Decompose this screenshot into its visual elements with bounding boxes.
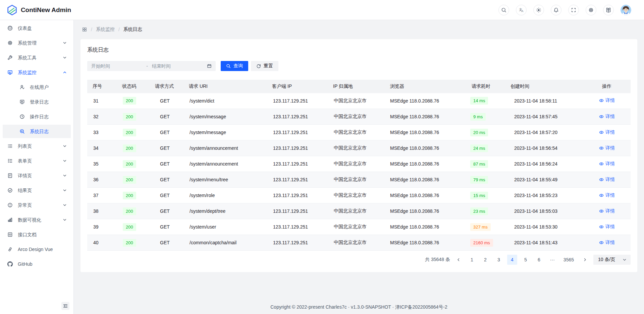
end-time-input[interactable]: [152, 61, 207, 71]
cell-action: 详情: [597, 140, 631, 156]
page-title: 系统日志: [87, 46, 631, 54]
status-badge: 200: [123, 192, 136, 199]
column-header: 请求方式: [150, 80, 183, 93]
pagination-page-2[interactable]: 2: [480, 255, 490, 265]
table-row: 33200GET/system/message123.117.129.251中国…: [87, 125, 631, 140]
cell-created: 2023-11-04 18:55:03: [505, 203, 597, 219]
cell-index: 38: [87, 203, 117, 219]
user-check-icon: [19, 84, 25, 90]
detail-link[interactable]: 详情: [599, 114, 615, 120]
sidebar-item-list-pages[interactable]: 列表页: [3, 139, 71, 153]
pagination-page-3565[interactable]: 3565: [561, 255, 577, 265]
sidebar-item-github[interactable]: GitHub: [3, 257, 71, 271]
header-docs-button[interactable]: [603, 5, 614, 15]
sidebar-item-system-logs[interactable]: 系统日志: [3, 125, 71, 138]
detail-link-label: 详情: [605, 145, 615, 151]
sidebar-item-operation-logs[interactable]: 操作日志: [3, 110, 71, 123]
sidebar-item-dashboard[interactable]: 仪表盘: [3, 21, 71, 35]
logo[interactable]: ContiNew Admin: [0, 5, 71, 15]
sidebar-item-result-pages[interactable]: 结果页: [3, 184, 71, 197]
pagination-prev-button[interactable]: [453, 255, 464, 265]
cell-method: GET: [150, 125, 183, 140]
pagination-page-3[interactable]: 3: [494, 255, 504, 265]
pagination-page-4[interactable]: 4: [507, 255, 517, 265]
range-separator: -: [146, 63, 148, 69]
breadcrumb-item-monitor[interactable]: 系统监控: [96, 26, 115, 33]
table-row: 36200GET/system/menu/tree123.117.129.251…: [87, 172, 631, 188]
cell-status: 200: [117, 140, 150, 156]
cell-uri: /system/dept/tree: [183, 203, 267, 219]
header-translate-button[interactable]: 文A: [516, 5, 527, 15]
breadcrumb-separator: /: [118, 27, 120, 32]
sidebar-item-label: 异常页: [18, 198, 63, 212]
eye-icon: [599, 209, 604, 213]
cell-region: 中国北京北京市: [328, 156, 385, 172]
detail-link[interactable]: 详情: [599, 177, 615, 183]
pagination-ellipsis[interactable]: ···: [547, 255, 557, 265]
sidebar-item-data-visualization[interactable]: 数据可视化: [3, 213, 71, 227]
status-badge: 200: [123, 160, 136, 168]
sidebar-item-online-users[interactable]: 在线用户: [3, 80, 71, 94]
sidebar-item-arco-design-vue[interactable]: Arco Design Vue: [3, 243, 71, 256]
elapsed-badge: 327 ms: [470, 223, 491, 231]
sidebar-item-system-management[interactable]: 系统管理: [3, 36, 71, 50]
cell-region: 中国北京北京市: [328, 125, 385, 140]
search-button[interactable]: 查询: [221, 61, 248, 71]
pagination-next-button[interactable]: [580, 255, 590, 265]
cell-action: 详情: [597, 109, 631, 125]
cell-uri: /system/announcement: [183, 140, 267, 156]
cell-method: GET: [150, 172, 183, 188]
cell-action: 详情: [597, 203, 631, 219]
sidebar-item-detail-pages[interactable]: 详情页: [3, 169, 71, 182]
detail-link[interactable]: 详情: [599, 129, 615, 135]
elapsed-badge: 2160 ms: [470, 239, 493, 247]
pagination-page-5[interactable]: 5: [521, 255, 531, 265]
sidebar-item-system-monitor[interactable]: 系统监控: [3, 66, 71, 79]
reset-button[interactable]: 重置: [251, 61, 278, 71]
table-row: 40200GET/common/captcha/mail123.117.129.…: [87, 235, 631, 251]
sidebar-item-form-pages[interactable]: 表单页: [3, 154, 71, 168]
find-icon: [19, 129, 25, 134]
cell-ip: 123.117.129.251: [267, 219, 328, 235]
translate-icon: 文A: [519, 7, 524, 13]
column-header: 操作: [597, 80, 631, 93]
page-size-select[interactable]: 10 条/页: [593, 255, 631, 265]
header-fullscreen-button[interactable]: [568, 5, 579, 15]
cell-ip: 123.117.129.251: [267, 235, 328, 251]
status-badge: 200: [123, 129, 136, 136]
table-row: 38200GET/system/dept/tree123.117.129.251…: [87, 203, 631, 219]
detail-link[interactable]: 详情: [599, 145, 615, 151]
header-notifications-button[interactable]: [551, 5, 561, 15]
sidebar-item-api-docs[interactable]: 接口文档: [3, 228, 71, 241]
log-table: 序号状态码请求方式请求 URI客户端 IPIP 归属地浏览器请求耗时创建时间操作…: [87, 80, 631, 251]
date-range-picker[interactable]: -: [87, 61, 216, 71]
detail-link-label: 详情: [605, 98, 615, 104]
sidebar-item-label: Arco Design Vue: [18, 243, 67, 256]
pagination-page-1[interactable]: 1: [467, 255, 477, 265]
cell-elapsed: 87 ms: [466, 156, 505, 172]
detail-link[interactable]: 详情: [599, 98, 615, 104]
header-settings-button[interactable]: [586, 5, 596, 15]
detail-link[interactable]: 详情: [599, 240, 615, 246]
search-icon: [501, 7, 506, 13]
detail-link[interactable]: 详情: [599, 224, 615, 230]
pagination-page-6[interactable]: 6: [534, 255, 544, 265]
detail-link[interactable]: 详情: [599, 208, 615, 214]
elapsed-badge: 23 ms: [470, 207, 488, 215]
sidebar-collapse-button[interactable]: [61, 302, 69, 310]
detail-link-label: 详情: [605, 129, 615, 135]
breadcrumb-home-icon[interactable]: [82, 27, 87, 32]
header-theme-button[interactable]: [533, 5, 544, 15]
avatar[interactable]: [621, 5, 631, 15]
pagination-total: 共 35648 条: [425, 257, 450, 263]
detail-link[interactable]: 详情: [599, 192, 615, 198]
cell-uri: /system/message: [183, 109, 267, 125]
detail-link[interactable]: 详情: [599, 161, 615, 167]
sidebar-item-login-logs[interactable]: 登录日志: [3, 95, 71, 109]
footer-copyright: Copyright © 2022-present Charles7c · v1.…: [74, 304, 644, 310]
sidebar-item-exception-pages[interactable]: 异常页: [3, 198, 71, 212]
table-header-row: 序号状态码请求方式请求 URI客户端 IPIP 归属地浏览器请求耗时创建时间操作: [87, 80, 631, 93]
start-time-input[interactable]: [91, 61, 146, 71]
header-search-button[interactable]: [498, 5, 509, 15]
sidebar-item-system-tools[interactable]: 系统工具: [3, 51, 71, 64]
